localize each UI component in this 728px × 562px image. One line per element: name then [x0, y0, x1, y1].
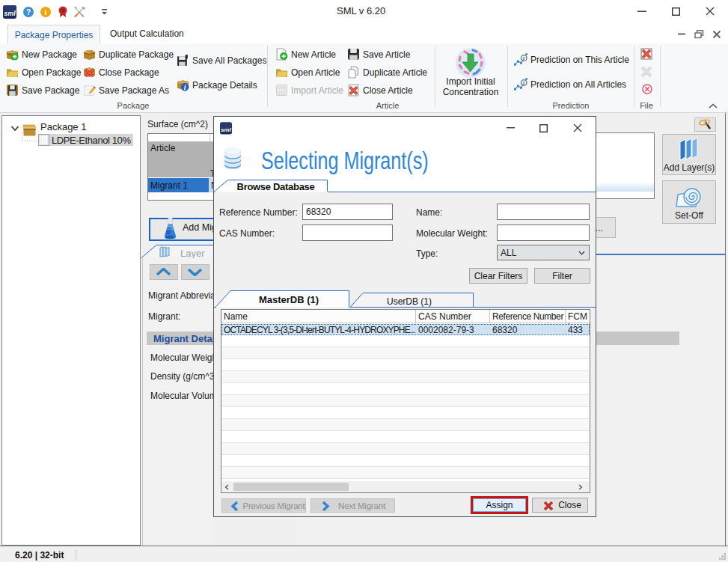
- svg-text:sml: sml: [4, 10, 16, 17]
- svg-text:i: i: [45, 8, 47, 16]
- svg-text:?: ?: [26, 8, 31, 16]
- svg-text:i: i: [184, 83, 186, 91]
- svg-text:sml: sml: [221, 126, 232, 133]
